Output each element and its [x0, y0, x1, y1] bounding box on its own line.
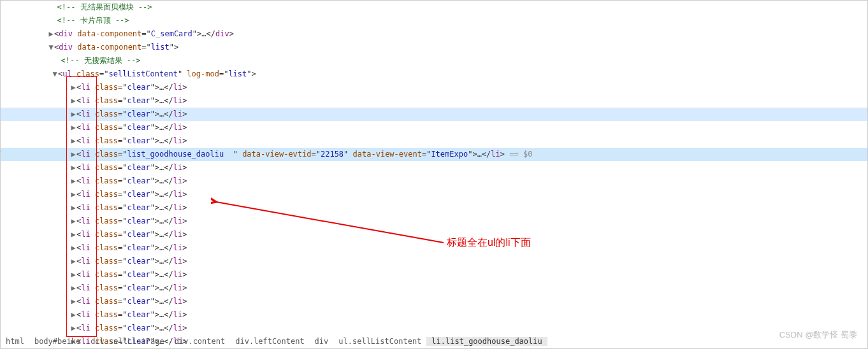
li-element[interactable]: ▶<li class="clear">…</li> [1, 121, 867, 134]
expand-icon[interactable]: ▶ [70, 174, 76, 188]
li-element[interactable]: ▶<li class="clear">…</li> [1, 295, 867, 308]
expand-icon[interactable]: ▶ [70, 94, 76, 108]
li-selected-element[interactable]: ▶<li class="list_goodhouse_daoliu " data… [1, 148, 867, 161]
li-element[interactable]: ▶<li class="clear">…</li> [1, 322, 867, 335]
div-element[interactable]: ▼<div data-component="list"> [1, 41, 867, 54]
li-element[interactable]: ▶<li class="clear">…</li> [1, 161, 867, 174]
comment-line[interactable]: <!-- 无结果面贝模块 --> [1, 1, 867, 14]
breadcrumb-item[interactable]: ul.sellListContent [333, 337, 426, 346]
collapse-icon[interactable]: ▼ [52, 68, 58, 81]
breadcrumb-item[interactable]: div.sellListPage [85, 337, 170, 346]
expand-icon[interactable]: ▶ [70, 295, 76, 308]
li-element[interactable]: ▶<li class="clear">…</li> [1, 94, 867, 108]
li-element[interactable]: ▶<li class="clear">…</li> [1, 215, 867, 228]
annotation-text: 标题全在ul的li下面 [447, 236, 531, 250]
li-element[interactable]: ▶<li class="clear">…</li> [1, 308, 867, 322]
expand-icon[interactable]: ▶ [70, 161, 76, 174]
expand-icon[interactable]: ▶ [70, 268, 76, 281]
expand-icon[interactable]: ▶ [70, 308, 76, 322]
expand-icon[interactable]: ▶ [70, 201, 76, 215]
breadcrumb-item[interactable]: div.leftContent [230, 337, 309, 346]
li-element[interactable]: ▶<li class="clear">…</li> [1, 81, 867, 94]
expand-icon[interactable]: ▶ [70, 228, 76, 241]
devtools-elements-panel: ••• <!-- 无结果面贝模块 --> <!-- 卡片吊顶 --> ▶<div… [0, 0, 868, 349]
expand-icon[interactable]: ▶ [70, 148, 76, 161]
breadcrumb-item[interactable]: div.content [170, 337, 230, 346]
expand-icon[interactable]: ▶ [48, 27, 54, 41]
li-element[interactable]: ▶<li class="clear">…</li> [1, 188, 867, 201]
expand-icon[interactable]: ▶ [70, 188, 76, 201]
breadcrumb-item[interactable]: li.list_goodhouse_daoliu [426, 337, 547, 346]
li-element[interactable]: ▶<li class="clear">…</li> [1, 201, 867, 215]
li-group-before: ▶<li class="clear">…</li>▶<li class="cle… [1, 81, 867, 148]
ul-element[interactable]: ▼<ul class="sellListContent" log-mod="li… [1, 68, 867, 81]
comment-line[interactable]: <!-- 卡片吊顶 --> [1, 14, 867, 27]
expand-icon[interactable]: ▶ [70, 121, 76, 134]
div-element[interactable]: ▶<div data-component="C_semCard">…</div> [1, 27, 867, 41]
expand-icon[interactable]: ▶ [70, 281, 76, 295]
li-element[interactable]: ▶<li class="clear">…</li> [1, 108, 867, 121]
expand-icon[interactable]: ▶ [70, 322, 76, 335]
watermark: CSDN @数学怪 蜀黍 [779, 329, 857, 341]
expand-icon[interactable]: ▶ [70, 215, 76, 228]
li-group-after: ▶<li class="clear">…</li>▶<li class="cle… [1, 161, 867, 348]
dom-tree[interactable]: <!-- 无结果面贝模块 --> <!-- 卡片吊顶 --> ▶<div dat… [1, 1, 867, 348]
li-element[interactable]: ▶<li class="clear">…</li> [1, 255, 867, 268]
expand-icon[interactable]: ▶ [70, 134, 76, 148]
comment-line[interactable]: <!-- 无搜索结果 --> [1, 54, 867, 68]
expand-icon[interactable]: ▶ [70, 108, 76, 121]
expand-icon[interactable]: ▶ [70, 255, 76, 268]
li-element[interactable]: ▶<li class="clear">…</li> [1, 134, 867, 148]
expand-icon[interactable]: ▶ [70, 241, 76, 255]
breadcrumb-item[interactable]: div [310, 337, 334, 346]
li-element[interactable]: ▶<li class="clear">…</li> [1, 228, 867, 241]
breadcrumb-item[interactable]: body#beike [29, 337, 85, 346]
breadcrumb[interactable]: htmlbody#beikediv.sellListPagediv.conten… [3, 334, 547, 348]
breadcrumb-item[interactable]: html [3, 337, 29, 346]
li-element[interactable]: ▶<li class="clear">…</li> [1, 174, 867, 188]
expand-icon[interactable]: ▶ [70, 81, 76, 94]
li-element[interactable]: ▶<li class="clear">…</li> [1, 241, 867, 255]
li-element[interactable]: ▶<li class="clear">…</li> [1, 281, 867, 295]
collapse-icon[interactable]: ▼ [48, 41, 54, 54]
li-element[interactable]: ▶<li class="clear">…</li> [1, 268, 867, 281]
